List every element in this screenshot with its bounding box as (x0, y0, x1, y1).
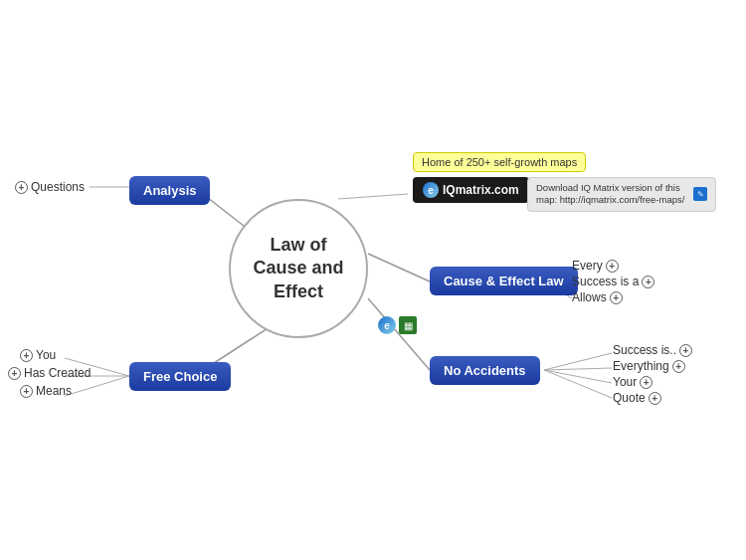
expand-icon[interactable]: + (642, 276, 654, 288)
expand-icon[interactable]: + (640, 376, 653, 389)
leaf-text: Your (613, 375, 637, 389)
expand-icon[interactable]: + (610, 291, 623, 304)
cause-effect-label: Cause & Effect Law (444, 274, 564, 288)
analysis-leaf-questions[interactable]: + Questions (15, 180, 85, 194)
expand-icon[interactable]: + (672, 360, 685, 373)
expand-icon[interactable]: + (8, 367, 21, 380)
center-node: Law of Cause and Effect (229, 199, 368, 338)
download-text: Download IQ Matrix version of this map: … (536, 182, 689, 207)
expand-icon[interactable]: + (649, 392, 661, 405)
center-table-icon[interactable]: ▦ (399, 316, 417, 334)
acc-leaf-your[interactable]: Your + (613, 375, 653, 389)
svg-line-11 (544, 353, 612, 370)
edit-icon: ✎ (693, 187, 707, 201)
free-leaf-you[interactable]: + You (20, 348, 56, 362)
iqmatrix-label: IQmatrix.com (443, 183, 519, 197)
leaf-text: Everything (613, 359, 669, 373)
analysis-node[interactable]: Analysis (129, 176, 210, 205)
leaf-text: Success is.. (613, 343, 676, 357)
cause-leaf-allows[interactable]: Allows + (572, 290, 623, 304)
expand-icon[interactable]: + (679, 344, 692, 357)
iqmatrix-download[interactable]: Download IQ Matrix version of this map: … (527, 177, 716, 212)
svg-line-1 (368, 254, 430, 281)
leaf-text: Allows (572, 290, 607, 304)
expand-icon[interactable]: + (15, 181, 28, 194)
svg-line-12 (544, 368, 612, 370)
free-leaf-hascreated[interactable]: + Has Created (8, 366, 91, 380)
svg-line-13 (544, 370, 612, 383)
no-accidents-label: No Accidents (444, 363, 526, 378)
cause-effect-node[interactable]: Cause & Effect Law (430, 267, 578, 295)
center-line3: Effect (274, 281, 323, 301)
iqmatrix-banner: Home of 250+ self-growth maps (413, 152, 586, 172)
banner-text: Home of 250+ self-growth maps (422, 156, 577, 168)
no-accidents-node[interactable]: No Accidents (430, 356, 540, 385)
iqmatrix-button[interactable]: e IQmatrix.com (413, 177, 529, 203)
leaf-text: Every (572, 259, 603, 273)
expand-icon[interactable]: + (606, 260, 619, 273)
cause-leaf-every[interactable]: Every + (572, 259, 619, 273)
center-ie-icon[interactable]: e (378, 316, 396, 334)
leaf-text: Quote (613, 391, 646, 405)
center-icons: e ▦ (378, 316, 417, 334)
cause-leaf-success[interactable]: Success is a + (572, 275, 654, 288)
analysis-label: Analysis (143, 183, 196, 198)
leaf-text: Questions (31, 180, 85, 194)
free-choice-label: Free Choice (143, 369, 217, 384)
svg-line-3 (368, 298, 430, 370)
acc-leaf-quote[interactable]: Quote + (613, 391, 661, 405)
svg-line-15 (338, 194, 408, 199)
leaf-text: Success is a (572, 275, 639, 288)
leaf-text: Means (36, 384, 72, 398)
expand-icon[interactable]: + (20, 349, 33, 362)
acc-leaf-everything[interactable]: Everything + (613, 359, 685, 373)
center-line2: Cause and (253, 258, 343, 278)
acc-leaf-successis[interactable]: Success is.. + (613, 343, 692, 357)
svg-line-14 (544, 370, 612, 398)
free-choice-node[interactable]: Free Choice (129, 362, 231, 391)
ie-icon: e (423, 182, 439, 198)
center-line1: Law of (271, 235, 327, 255)
leaf-text: You (36, 348, 56, 362)
leaf-text: Has Created (24, 366, 91, 380)
free-leaf-means[interactable]: + Means (20, 384, 72, 398)
expand-icon[interactable]: + (20, 385, 33, 398)
